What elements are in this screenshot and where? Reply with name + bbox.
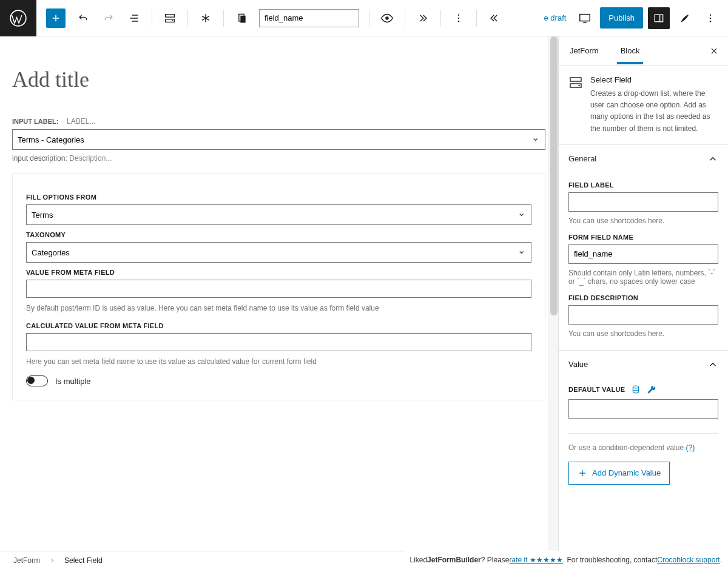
- add-dynamic-value-label: Add Dynamic Value: [592, 468, 661, 477]
- post-title-input[interactable]: Add title: [12, 67, 545, 92]
- calc-meta-input[interactable]: [26, 333, 531, 351]
- close-sidebar-button[interactable]: [700, 41, 728, 61]
- chevrons-left-icon: [488, 12, 500, 24]
- tab-jetform[interactable]: JetForm: [559, 38, 610, 64]
- is-multiple-label: Is multiple: [55, 377, 91, 386]
- crumb-root[interactable]: JetForm: [13, 556, 40, 565]
- svg-point-12: [710, 14, 711, 15]
- panel-general-body: FIELD LABEL You can use shortcodes here.…: [559, 181, 728, 350]
- copy-icon: [235, 12, 248, 24]
- svg-point-8: [458, 17, 459, 18]
- input-desc-placeholder[interactable]: Description...: [69, 154, 112, 163]
- is-multiple-toggle[interactable]: [26, 375, 48, 386]
- close-icon: [710, 47, 718, 55]
- inspector-sidebar: JetForm Block Select Field Creates a dro…: [558, 36, 728, 551]
- rate-link[interactable]: rate it ★★★★★: [509, 556, 562, 564]
- panel-value-toggle[interactable]: Value: [559, 351, 728, 379]
- undo-icon: [77, 12, 89, 24]
- editor-scrollbar[interactable]: [548, 36, 558, 551]
- document-overview-button[interactable]: [121, 7, 147, 29]
- input-label-placeholder[interactable]: LABEL...: [67, 117, 95, 126]
- add-dynamic-value-button[interactable]: Add Dynamic Value: [568, 462, 670, 485]
- taxonomy-dropdown[interactable]: Categories: [26, 242, 531, 263]
- svg-point-17: [578, 85, 579, 86]
- main-options-button[interactable]: [698, 7, 723, 29]
- plus-icon: [578, 468, 587, 478]
- svg-rect-10: [580, 14, 590, 21]
- sidebar-toggle-button[interactable]: [648, 7, 670, 29]
- svg-point-6: [385, 16, 389, 20]
- panel-value-body: DEFAULT VALUE Or use a condition-depende…: [559, 385, 728, 497]
- divider: [405, 10, 405, 27]
- block-description: Creates a drop-down list, where the user…: [590, 88, 718, 135]
- snippet-button[interactable]: [193, 7, 218, 29]
- save-draft-link[interactable]: e draft: [544, 13, 567, 22]
- edit-button[interactable]: [672, 7, 698, 29]
- sb-field-label-input[interactable]: [568, 192, 718, 212]
- block-type-select-button[interactable]: [157, 7, 183, 29]
- eye-icon: [380, 12, 394, 25]
- panel-general-label: General: [568, 154, 596, 163]
- chevrons-right-icon: [417, 12, 429, 24]
- divider: [476, 10, 477, 27]
- top-toolbar: e draft Publish: [0, 0, 728, 36]
- block-title: Select Field: [590, 75, 718, 84]
- field-settings-block: FILL OPTIONS FROM Terms TAXONOMY Categor…: [12, 173, 545, 400]
- sb-field-desc-label: FIELD DESCRIPTION: [568, 294, 718, 301]
- select-field-icon: [568, 75, 583, 90]
- panel-general-toggle[interactable]: General: [559, 145, 728, 173]
- crumb-leaf[interactable]: Select Field: [64, 556, 103, 565]
- wrench-icon: [647, 385, 656, 394]
- sb-field-label-hint: You can use shortcodes here.: [568, 217, 718, 225]
- preview-button[interactable]: [572, 7, 598, 29]
- sb-form-field-name-label: FORM FIELD NAME: [568, 234, 718, 241]
- svg-point-9: [458, 21, 459, 22]
- calc-meta-label: CALCULATED VALUE FROM META FIELD: [26, 322, 531, 329]
- more-options-button[interactable]: [446, 7, 471, 29]
- calc-meta-help: Here you can set meta field name to use …: [26, 357, 531, 366]
- dots-vertical-icon: [705, 13, 716, 24]
- chevron-up-icon: [707, 153, 718, 164]
- svg-point-14: [710, 21, 711, 22]
- add-block-button[interactable]: [46, 8, 66, 28]
- sb-field-label-label: FIELD LABEL: [568, 181, 718, 189]
- default-value-input[interactable]: [568, 399, 718, 419]
- input-label-caption: INPUT LABEL:: [12, 118, 58, 125]
- main-select-dropdown[interactable]: Terms - Categories: [12, 129, 545, 150]
- sb-form-field-name-hint: Should contain only Latin letters, numbe…: [568, 269, 718, 286]
- sb-form-field-name-input[interactable]: [568, 244, 718, 264]
- tab-block[interactable]: Block: [610, 38, 651, 64]
- wrench-button[interactable]: [647, 385, 656, 394]
- sb-field-desc-input[interactable]: [568, 305, 718, 325]
- svg-point-13: [710, 17, 711, 18]
- cond-text: Or use a condition-dependent value: [568, 443, 686, 452]
- value-meta-label: VALUE FROM META FIELD: [26, 269, 531, 276]
- list-icon: [128, 12, 140, 24]
- wp-logo[interactable]: [0, 0, 36, 36]
- value-meta-input[interactable]: [26, 280, 531, 298]
- undo-button[interactable]: [70, 7, 96, 29]
- copy-button[interactable]: [229, 7, 254, 29]
- cond-help-link[interactable]: (?): [686, 443, 695, 452]
- support-link[interactable]: Crocoblock support: [657, 556, 720, 564]
- fill-from-label: FILL OPTIONS FROM: [26, 194, 531, 201]
- fill-from-dropdown[interactable]: Terms: [26, 204, 531, 225]
- dots-vertical-icon: [453, 13, 464, 24]
- notice-bold: JetFormBuilder: [427, 556, 481, 564]
- publish-button[interactable]: Publish: [600, 7, 643, 29]
- sidebar-tabs: JetForm Block: [559, 36, 728, 66]
- collapse-button[interactable]: [482, 7, 507, 29]
- panel-value-label: Value: [568, 360, 588, 369]
- block-name-input[interactable]: [259, 9, 359, 27]
- svg-rect-11: [655, 15, 662, 22]
- notice-t2: ? Please: [481, 556, 510, 564]
- device-icon: [578, 12, 592, 25]
- brush-icon: [679, 12, 691, 24]
- toolbar-right-group: e draft Publish: [533, 0, 729, 36]
- redo-button[interactable]: [96, 7, 121, 29]
- expand-button[interactable]: [410, 7, 436, 29]
- dynamic-preset-button[interactable]: [631, 385, 641, 394]
- svg-point-18: [633, 386, 639, 388]
- visibility-button[interactable]: [374, 7, 400, 29]
- select-field-icon: [163, 12, 177, 25]
